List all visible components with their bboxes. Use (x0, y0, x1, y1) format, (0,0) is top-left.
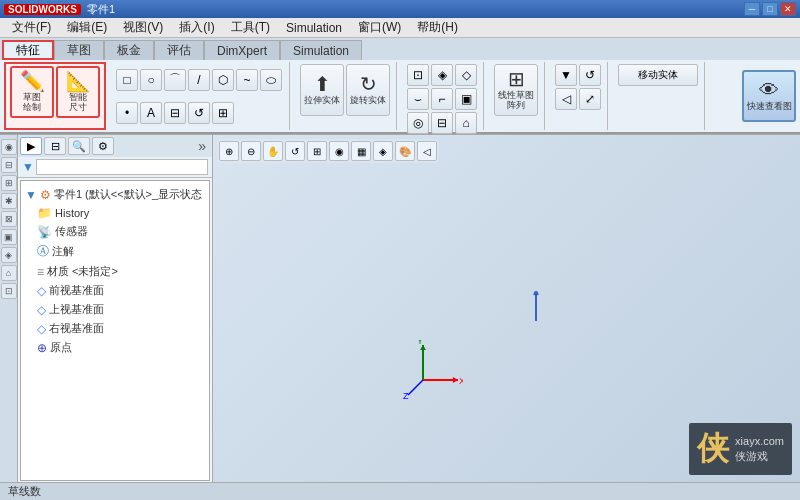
tab-sketch[interactable]: 草图 (54, 40, 104, 60)
shell-btn[interactable]: ▣ (455, 88, 477, 110)
line-btn[interactable]: / (188, 69, 210, 91)
material-label: 材质 <未指定> (47, 264, 118, 279)
ellipse-btn[interactable]: ⬭ (260, 69, 282, 91)
smart-dim-icon: 📐 (66, 71, 91, 91)
extrude-button[interactable]: ⬆ 拉伸实体 (300, 64, 344, 116)
extrude-cut-btn[interactable]: ▼ (555, 64, 577, 86)
panel-tab-search[interactable]: 🔍 (68, 137, 90, 155)
toolbar-area: 特征 草图 板金 评估 DimXpert Simulation ✏️ 草图绘制 … (0, 38, 800, 135)
intersect-btn[interactable]: ⊞ (212, 102, 234, 124)
tree-item-history[interactable]: 📁 History (21, 204, 209, 222)
convert-btn[interactable]: ↺ (188, 102, 210, 124)
circle-btn[interactable]: ○ (140, 69, 162, 91)
minimize-button[interactable]: ─ (744, 2, 760, 16)
loft-btn[interactable]: ◈ (431, 64, 453, 86)
tree-item-front-plane[interactable]: ◇ 前视基准面 (21, 281, 209, 300)
wrap-btn[interactable]: ⌂ (455, 112, 477, 134)
panel-tab-props[interactable]: ⊟ (44, 137, 66, 155)
filter-input[interactable] (36, 159, 208, 175)
draft-btn[interactable]: ◁ (555, 88, 577, 110)
menu-view[interactable]: 视图(V) (115, 17, 171, 38)
menu-edit[interactable]: 编辑(E) (59, 17, 115, 38)
scale-btn[interactable]: ⤢ (579, 88, 601, 110)
rib-btn[interactable]: ⊟ (431, 112, 453, 134)
watermark: 侠 xiayx.com 侠游戏 (689, 423, 792, 475)
view-selection[interactable]: ◁ (417, 141, 437, 161)
left-icon-2[interactable]: ⊟ (1, 157, 17, 173)
ribbon-tabs: 特征 草图 板金 评估 DimXpert Simulation (0, 38, 800, 60)
point-btn[interactable]: • (116, 102, 138, 124)
menu-insert[interactable]: 插入(I) (171, 17, 222, 38)
sensor-label: 传感器 (55, 224, 88, 239)
panel-tab-config[interactable]: ⚙ (92, 137, 114, 155)
tree-item-top-plane[interactable]: ◇ 上视基准面 (21, 300, 209, 319)
restore-button[interactable]: □ (762, 2, 778, 16)
tab-evaluate[interactable]: 评估 (154, 40, 204, 60)
tree-item-right-plane[interactable]: ◇ 右视基准面 (21, 319, 209, 338)
revolve-button[interactable]: ↻ 旋转实体 (346, 64, 390, 116)
left-icon-5[interactable]: ⊠ (1, 211, 17, 227)
menu-tools[interactable]: 工具(T) (223, 17, 278, 38)
feature-tree: ▼ ⚙ 零件1 (默认<<默认>_显示状态 📁 History 📡 传感器 Ⓐ … (20, 180, 210, 481)
panel-tab-tree[interactable]: ▶ (20, 137, 42, 155)
bound-btn[interactable]: ◇ (455, 64, 477, 86)
chamfer-btn[interactable]: ⌐ (431, 88, 453, 110)
menu-file[interactable]: 文件(F) (4, 17, 59, 38)
tree-item-sensor[interactable]: 📡 传感器 (21, 222, 209, 241)
left-icon-6[interactable]: ▣ (1, 229, 17, 245)
view-hide[interactable]: ◈ (373, 141, 393, 161)
view-rotate[interactable]: ↺ (285, 141, 305, 161)
tree-item-origin[interactable]: ⊕ 原点 (21, 338, 209, 357)
menu-help[interactable]: 帮助(H) (409, 17, 466, 38)
linear-pattern-button[interactable]: ⊞ 线性草图阵列 (494, 64, 538, 116)
quick-view-button[interactable]: 👁 快速查看图 (742, 70, 796, 122)
left-icon-7[interactable]: ◈ (1, 247, 17, 263)
smart-dim-label: 智能尺寸 (69, 93, 87, 113)
view-edit-appear[interactable]: 🎨 (395, 141, 415, 161)
spline-btn[interactable]: ~ (236, 69, 258, 91)
tree-item-annotation[interactable]: Ⓐ 注解 (21, 241, 209, 262)
close-button[interactable]: ✕ (780, 2, 796, 16)
group-pattern: ⊞ 线性草图阵列 (488, 62, 545, 130)
left-icon-3[interactable]: ⊞ (1, 175, 17, 191)
tree-item-material[interactable]: ≡ 材质 <未指定> (21, 262, 209, 281)
left-icon-8[interactable]: ⌂ (1, 265, 17, 281)
view-orient[interactable]: ◉ (329, 141, 349, 161)
menu-simulation[interactable]: Simulation (278, 19, 350, 37)
smart-dimension-button[interactable]: 📐 智能尺寸 (56, 66, 100, 118)
revolve-cut-btn[interactable]: ↺ (579, 64, 601, 86)
left-icon-4[interactable]: ✱ (1, 193, 17, 209)
hole-btn[interactable]: ◎ (407, 112, 429, 134)
canvas-area[interactable]: ⊕ ⊖ ✋ ↺ ⊞ ◉ ▦ ◈ 🎨 ◁ X (213, 135, 800, 483)
poly-btn[interactable]: ⬡ (212, 69, 234, 91)
group-sketch: ✏️ 草图绘制 📐 智能尺寸 (4, 62, 106, 130)
tab-dimxpert[interactable]: DimXpert (204, 40, 280, 60)
arc-btn[interactable]: ⌒ (164, 69, 186, 91)
tab-features[interactable]: 特征 (2, 40, 54, 60)
offset-btn[interactable]: ⊟ (164, 102, 186, 124)
sketch-draw-button[interactable]: ✏️ 草图绘制 (10, 66, 54, 118)
tab-sheetmetal[interactable]: 板金 (104, 40, 154, 60)
view-pan[interactable]: ✋ (263, 141, 283, 161)
origin-icon: ⊕ (37, 341, 47, 355)
move-solid-btn[interactable]: 移动实体 (618, 64, 698, 86)
sweep-btn[interactable]: ⊡ (407, 64, 429, 86)
menubar: 文件(F) 编辑(E) 视图(V) 插入(I) 工具(T) Simulation… (0, 18, 800, 38)
left-icon-1[interactable]: ◉ (1, 139, 17, 155)
tab-simulation[interactable]: Simulation (280, 40, 362, 60)
view-zoom-out[interactable]: ⊖ (241, 141, 261, 161)
view-section[interactable]: ⊞ (307, 141, 327, 161)
fillet-btn[interactable]: ⌣ (407, 88, 429, 110)
sketch-draw-icon: ✏️ (20, 71, 45, 91)
view-zoom-fit[interactable]: ⊕ (219, 141, 239, 161)
panel-tab-more[interactable]: » (194, 138, 210, 154)
move-buttons: 移动实体 (618, 64, 698, 86)
view-display[interactable]: ▦ (351, 141, 371, 161)
rect-btn[interactable]: □ (116, 69, 138, 91)
left-icon-9[interactable]: ⊡ (1, 283, 17, 299)
quick-view-label: 快速查看图 (747, 102, 792, 112)
feat-row3: ◎ ⊟ ⌂ (407, 112, 477, 134)
text-btn[interactable]: A (140, 102, 162, 124)
menu-window[interactable]: 窗口(W) (350, 17, 409, 38)
tree-root-item[interactable]: ▼ ⚙ 零件1 (默认<<默认>_显示状态 (21, 185, 209, 204)
